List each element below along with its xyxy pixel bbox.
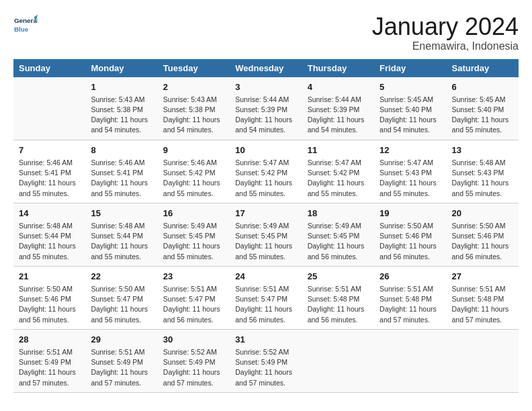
day-cell: 12Sunrise: 5:47 AM Sunset: 5:43 PM Dayli… bbox=[374, 140, 446, 203]
day-number: 1 bbox=[91, 81, 152, 93]
day-cell: 26Sunrise: 5:51 AM Sunset: 5:48 PM Dayli… bbox=[374, 266, 446, 329]
day-number: 11 bbox=[308, 144, 369, 156]
day-info: Sunrise: 5:44 AM Sunset: 5:39 PM Dayligh… bbox=[308, 95, 369, 136]
day-number: 27 bbox=[452, 271, 513, 283]
svg-text:Blue: Blue bbox=[14, 26, 29, 33]
day-number: 29 bbox=[91, 334, 152, 346]
day-cell: 20Sunrise: 5:50 AM Sunset: 5:46 PM Dayli… bbox=[447, 203, 519, 266]
header-row: SundayMondayTuesdayWednesdayThursdayFrid… bbox=[13, 59, 519, 77]
day-cell: 6Sunrise: 5:45 AM Sunset: 5:40 PM Daylig… bbox=[447, 77, 519, 140]
day-info: Sunrise: 5:51 AM Sunset: 5:48 PM Dayligh… bbox=[308, 284, 369, 325]
day-info: Sunrise: 5:46 AM Sunset: 5:42 PM Dayligh… bbox=[163, 158, 224, 199]
day-cell: 30Sunrise: 5:52 AM Sunset: 5:49 PM Dayli… bbox=[158, 329, 230, 392]
day-number: 15 bbox=[91, 208, 152, 220]
day-cell: 21Sunrise: 5:50 AM Sunset: 5:46 PM Dayli… bbox=[13, 266, 85, 329]
day-info: Sunrise: 5:44 AM Sunset: 5:39 PM Dayligh… bbox=[235, 95, 296, 136]
day-info: Sunrise: 5:51 AM Sunset: 5:49 PM Dayligh… bbox=[19, 347, 80, 388]
day-cell: 3Sunrise: 5:44 AM Sunset: 5:39 PM Daylig… bbox=[230, 77, 302, 140]
title-area: January 2024 Enemawira, Indonesia bbox=[372, 13, 519, 52]
day-cell: 9Sunrise: 5:46 AM Sunset: 5:42 PM Daylig… bbox=[158, 140, 230, 203]
day-info: Sunrise: 5:51 AM Sunset: 5:49 PM Dayligh… bbox=[91, 347, 152, 388]
day-info: Sunrise: 5:50 AM Sunset: 5:46 PM Dayligh… bbox=[452, 221, 513, 262]
calendar-header: SundayMondayTuesdayWednesdayThursdayFrid… bbox=[13, 59, 519, 77]
week-row-3: 14Sunrise: 5:48 AM Sunset: 5:44 PM Dayli… bbox=[13, 203, 519, 266]
page-header: General Blue January 2024 Enemawira, Ind… bbox=[13, 13, 519, 52]
day-number: 24 bbox=[235, 271, 296, 283]
day-number: 21 bbox=[19, 271, 80, 283]
day-info: Sunrise: 5:49 AM Sunset: 5:45 PM Dayligh… bbox=[235, 221, 296, 262]
day-cell: 14Sunrise: 5:48 AM Sunset: 5:44 PM Dayli… bbox=[13, 203, 85, 266]
day-cell bbox=[302, 329, 374, 392]
day-cell: 5Sunrise: 5:45 AM Sunset: 5:40 PM Daylig… bbox=[374, 77, 446, 140]
day-info: Sunrise: 5:51 AM Sunset: 5:47 PM Dayligh… bbox=[235, 284, 296, 325]
day-number: 31 bbox=[235, 334, 296, 346]
day-number: 2 bbox=[163, 81, 224, 93]
day-cell: 28Sunrise: 5:51 AM Sunset: 5:49 PM Dayli… bbox=[13, 329, 85, 392]
day-cell: 13Sunrise: 5:48 AM Sunset: 5:43 PM Dayli… bbox=[447, 140, 519, 203]
day-info: Sunrise: 5:52 AM Sunset: 5:49 PM Dayligh… bbox=[235, 347, 296, 388]
day-cell: 4Sunrise: 5:44 AM Sunset: 5:39 PM Daylig… bbox=[302, 77, 374, 140]
day-cell: 29Sunrise: 5:51 AM Sunset: 5:49 PM Dayli… bbox=[85, 329, 157, 392]
main-title: January 2024 bbox=[372, 13, 519, 40]
day-info: Sunrise: 5:43 AM Sunset: 5:38 PM Dayligh… bbox=[163, 95, 224, 136]
day-number: 22 bbox=[91, 271, 152, 283]
day-info: Sunrise: 5:49 AM Sunset: 5:45 PM Dayligh… bbox=[163, 221, 224, 262]
day-number: 13 bbox=[452, 144, 513, 156]
day-info: Sunrise: 5:50 AM Sunset: 5:46 PM Dayligh… bbox=[19, 284, 80, 325]
day-info: Sunrise: 5:48 AM Sunset: 5:44 PM Dayligh… bbox=[19, 221, 80, 262]
day-cell: 11Sunrise: 5:47 AM Sunset: 5:42 PM Dayli… bbox=[302, 140, 374, 203]
day-number: 23 bbox=[163, 271, 224, 283]
day-info: Sunrise: 5:52 AM Sunset: 5:49 PM Dayligh… bbox=[163, 347, 224, 388]
day-number: 25 bbox=[308, 271, 369, 283]
week-row-2: 7Sunrise: 5:46 AM Sunset: 5:41 PM Daylig… bbox=[13, 140, 519, 203]
logo-icon: General Blue bbox=[13, 13, 38, 38]
header-cell-thursday: Thursday bbox=[302, 59, 374, 77]
day-number: 16 bbox=[163, 208, 224, 220]
day-number: 4 bbox=[308, 81, 369, 93]
day-info: Sunrise: 5:50 AM Sunset: 5:46 PM Dayligh… bbox=[380, 221, 441, 262]
day-info: Sunrise: 5:47 AM Sunset: 5:42 PM Dayligh… bbox=[235, 158, 296, 199]
logo: General Blue bbox=[13, 13, 38, 38]
day-info: Sunrise: 5:48 AM Sunset: 5:44 PM Dayligh… bbox=[91, 221, 152, 262]
day-cell: 22Sunrise: 5:50 AM Sunset: 5:47 PM Dayli… bbox=[85, 266, 157, 329]
day-info: Sunrise: 5:47 AM Sunset: 5:43 PM Dayligh… bbox=[380, 158, 441, 199]
header-cell-friday: Friday bbox=[374, 59, 446, 77]
day-number: 7 bbox=[19, 144, 80, 156]
day-cell: 16Sunrise: 5:49 AM Sunset: 5:45 PM Dayli… bbox=[158, 203, 230, 266]
week-row-5: 28Sunrise: 5:51 AM Sunset: 5:49 PM Dayli… bbox=[13, 329, 519, 392]
day-cell: 1Sunrise: 5:43 AM Sunset: 5:38 PM Daylig… bbox=[85, 77, 157, 140]
day-number: 20 bbox=[452, 208, 513, 220]
day-cell: 15Sunrise: 5:48 AM Sunset: 5:44 PM Dayli… bbox=[85, 203, 157, 266]
day-number: 6 bbox=[452, 81, 513, 93]
header-cell-tuesday: Tuesday bbox=[158, 59, 230, 77]
day-cell: 25Sunrise: 5:51 AM Sunset: 5:48 PM Dayli… bbox=[302, 266, 374, 329]
day-number: 17 bbox=[235, 208, 296, 220]
day-info: Sunrise: 5:46 AM Sunset: 5:41 PM Dayligh… bbox=[91, 158, 152, 199]
day-cell: 31Sunrise: 5:52 AM Sunset: 5:49 PM Dayli… bbox=[230, 329, 302, 392]
day-cell: 27Sunrise: 5:51 AM Sunset: 5:48 PM Dayli… bbox=[447, 266, 519, 329]
header-cell-monday: Monday bbox=[85, 59, 157, 77]
day-number: 30 bbox=[163, 334, 224, 346]
day-info: Sunrise: 5:51 AM Sunset: 5:48 PM Dayligh… bbox=[452, 284, 513, 325]
day-info: Sunrise: 5:48 AM Sunset: 5:43 PM Dayligh… bbox=[452, 158, 513, 199]
header-cell-sunday: Sunday bbox=[13, 59, 85, 77]
header-cell-wednesday: Wednesday bbox=[230, 59, 302, 77]
day-number: 10 bbox=[235, 144, 296, 156]
day-number: 9 bbox=[163, 144, 224, 156]
day-info: Sunrise: 5:50 AM Sunset: 5:47 PM Dayligh… bbox=[91, 284, 152, 325]
svg-text:General: General bbox=[14, 17, 38, 24]
day-cell: 19Sunrise: 5:50 AM Sunset: 5:46 PM Dayli… bbox=[374, 203, 446, 266]
day-cell: 18Sunrise: 5:49 AM Sunset: 5:45 PM Dayli… bbox=[302, 203, 374, 266]
day-number: 3 bbox=[235, 81, 296, 93]
day-number: 5 bbox=[380, 81, 441, 93]
day-number: 26 bbox=[380, 271, 441, 283]
day-cell bbox=[447, 329, 519, 392]
day-number: 8 bbox=[91, 144, 152, 156]
day-info: Sunrise: 5:51 AM Sunset: 5:47 PM Dayligh… bbox=[163, 284, 224, 325]
week-row-4: 21Sunrise: 5:50 AM Sunset: 5:46 PM Dayli… bbox=[13, 266, 519, 329]
day-info: Sunrise: 5:51 AM Sunset: 5:48 PM Dayligh… bbox=[380, 284, 441, 325]
day-info: Sunrise: 5:43 AM Sunset: 5:38 PM Dayligh… bbox=[91, 95, 152, 136]
day-cell: 10Sunrise: 5:47 AM Sunset: 5:42 PM Dayli… bbox=[230, 140, 302, 203]
day-number: 14 bbox=[19, 208, 80, 220]
day-cell: 8Sunrise: 5:46 AM Sunset: 5:41 PM Daylig… bbox=[85, 140, 157, 203]
